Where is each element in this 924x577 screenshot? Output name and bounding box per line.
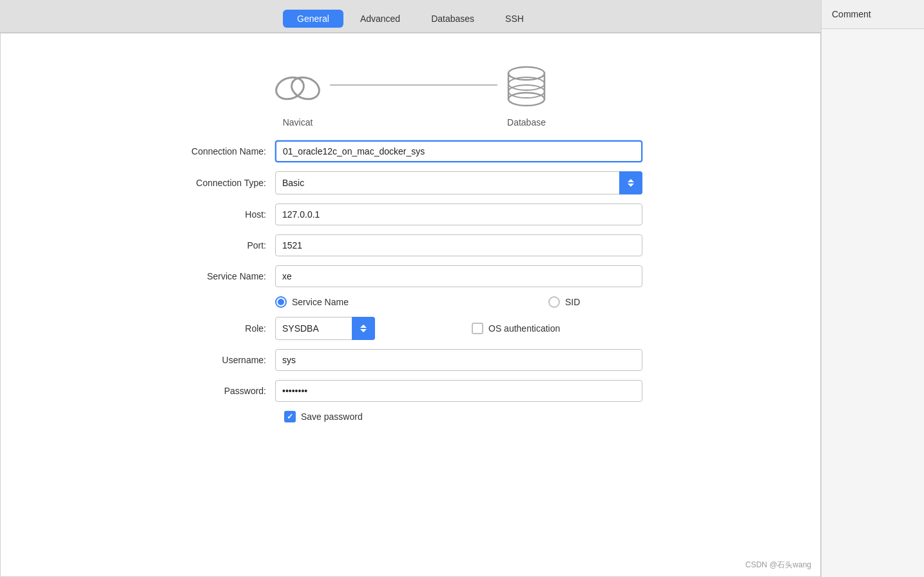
service-name-radio[interactable]: Service Name [275,296,349,308]
role-controls: SYSDBA SYSOPER Default OS authentication [275,317,560,340]
svg-point-5 [508,93,544,106]
navicat-label: Navicat [283,117,313,128]
navicat-icon-block: Navicat [272,66,323,128]
service-sid-row: Service Name SID [146,296,675,308]
service-sid-radio-group: Service Name SID [275,296,580,308]
save-password-label-text: Save password [301,411,363,422]
connector-line [330,84,497,86]
service-name-radio-label: Service Name [292,297,349,307]
role-select[interactable]: SYSDBA SYSOPER Default [275,317,375,340]
watermark: CSDN @石头wang [746,560,811,571]
save-password-row: ✓ Save password [146,411,675,422]
service-name-radio-dot [278,299,284,305]
password-row: Password: [146,380,675,402]
connection-name-input[interactable] [275,140,642,162]
right-panel: Comment [821,0,924,577]
role-label: Role: [146,323,275,334]
service-name-input[interactable] [275,265,642,287]
host-label: Host: [146,209,275,220]
password-input[interactable] [275,380,642,402]
username-label: Username: [146,355,275,365]
role-row: Role: SYSDBA SYSOPER Default [146,317,675,340]
sid-radio-label: SID [565,297,580,307]
role-select-wrapper: SYSDBA SYSOPER Default [275,317,375,340]
host-row: Host: [146,203,675,225]
service-name-label: Service Name: [146,271,275,281]
sid-radio[interactable]: SID [548,296,580,308]
form-area: Connection Name: Connection Type: Basic … [120,140,700,431]
save-password-checkbox-box: ✓ [284,411,296,422]
navicat-icon [272,66,323,111]
port-input[interactable] [275,234,642,256]
tab-ssh[interactable]: SSH [491,10,538,28]
database-label: Database [507,117,546,128]
port-label: Port: [146,240,275,251]
tab-general[interactable]: General [283,10,343,28]
connection-type-select-wrapper: Basic TNS LDAP [275,171,642,194]
database-icon [504,66,549,111]
database-icon-block: Database [504,66,549,128]
svg-point-7 [508,85,544,98]
content-area: Navicat Database [0,33,821,577]
service-name-row: Service Name: [146,265,675,287]
tab-advanced[interactable]: Advanced [346,10,414,28]
connection-type-row: Connection Type: Basic TNS LDAP [146,171,675,194]
connection-type-select[interactable]: Basic TNS LDAP [275,171,642,194]
connection-type-label: Connection Type: [146,178,275,188]
tab-bar: General Advanced Databases SSH [0,0,821,33]
save-password-checkbox-label[interactable]: ✓ Save password [284,411,363,422]
password-label: Password: [146,386,275,396]
port-row: Port: [146,234,675,256]
connection-diagram: Navicat Database [1,66,820,128]
connection-name-label: Connection Name: [146,146,275,156]
host-input[interactable] [275,203,642,225]
comment-tab[interactable]: Comment [822,0,924,29]
os-auth-checkbox-box [472,323,483,334]
connection-name-row: Connection Name: [146,140,675,162]
save-password-check-icon: ✓ [287,412,293,421]
username-input[interactable] [275,349,642,371]
tab-databases[interactable]: Databases [417,10,488,28]
os-auth-label: OS authentication [488,323,560,334]
os-auth-checkbox[interactable]: OS authentication [472,323,560,334]
username-row: Username: [146,349,675,371]
sid-radio-circle [548,296,560,308]
service-name-radio-circle [275,296,287,308]
